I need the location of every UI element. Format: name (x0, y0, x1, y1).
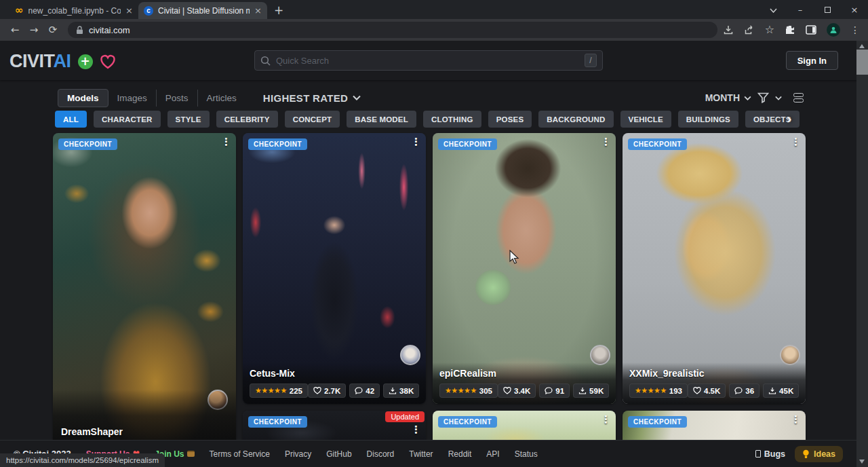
civitai-page: CIVITAI + / Sign In Models Images Posts … (0, 41, 868, 467)
civitai-logo[interactable]: CIVITAI + (9, 51, 116, 72)
footer-link-discord[interactable]: Discord (367, 449, 395, 459)
back-button[interactable]: ← (5, 24, 24, 36)
category-pill[interactable]: STYLE (167, 111, 210, 128)
card-menu-icon[interactable]: ⋮ (791, 136, 801, 148)
sign-in-button[interactable]: Sign In (786, 51, 838, 70)
model-card-dreamshaper[interactable]: CHECKPOINT ⋮ DreamShaper (53, 133, 236, 452)
card-menu-icon[interactable]: ⋮ (791, 414, 801, 426)
card-menu-icon[interactable]: ⋮ (601, 136, 611, 148)
card-info-overlay: Cetus-Mix ★★★★★ 225 2.7K 42 38K (243, 362, 426, 404)
model-type-badge: CHECKPOINT (248, 138, 307, 150)
category-pill[interactable]: CHARACTER (94, 111, 161, 128)
page-scrollbar[interactable] (856, 41, 868, 467)
upload-plus-button[interactable]: + (78, 54, 93, 69)
side-panel-icon[interactable] (806, 25, 816, 35)
category-pill[interactable]: CONCEPT (285, 111, 340, 128)
browse-nav-row: Models Images Posts Articles HIGHEST RAT… (58, 88, 804, 107)
search-input[interactable] (276, 56, 579, 66)
category-pill[interactable]: BUILDINGS (678, 111, 738, 128)
comment-icon (355, 387, 363, 394)
chevron-down-icon (353, 95, 361, 100)
site-header: CIVITAI + / Sign In (0, 41, 868, 80)
comment-icon (545, 387, 553, 394)
star-rating-icons: ★★★★★ (635, 386, 667, 395)
new-tab-button[interactable]: + (274, 3, 283, 17)
footer-link-terms[interactable]: Terms of Service (210, 449, 270, 459)
sort-dropdown[interactable]: HIGHEST RATED (263, 92, 361, 104)
tab-civitai[interactable]: c Civitai | Stable Diffusion models, × (138, 2, 267, 19)
period-dropdown[interactable]: MONTH (705, 92, 751, 103)
category-pill-all[interactable]: ALL (55, 111, 87, 128)
address-bar[interactable]: civitai.com (68, 22, 717, 38)
category-pill[interactable]: POSES (488, 111, 532, 128)
footer-link-reddit[interactable]: Reddit (448, 449, 472, 459)
card-menu-icon[interactable]: ⋮ (411, 424, 421, 436)
comments-pill: 42 (349, 384, 380, 398)
download-icon (768, 387, 776, 394)
footer-link-github[interactable]: GitHub (326, 449, 351, 459)
rating-count: 225 (290, 387, 302, 395)
model-name: epiCRealism (439, 368, 609, 379)
category-pill[interactable]: CELEBRITY (216, 111, 278, 128)
download-icon (389, 387, 397, 394)
tab-close-icon[interactable]: × (254, 5, 262, 16)
forward-button[interactable]: → (24, 24, 43, 36)
categories-scroll-right-icon[interactable]: › (787, 111, 792, 126)
browser-profile-avatar[interactable] (827, 23, 840, 37)
scrollbar-down-arrow-icon[interactable] (859, 460, 865, 464)
extensions-puzzle-icon[interactable] (785, 24, 795, 35)
tab-images[interactable]: Images (108, 90, 156, 107)
model-card-xxmix[interactable]: CHECKPOINT ⋮ XXMix_9realistic ★★★★★ 193 … (623, 133, 806, 404)
minimize-button[interactable]: – (787, 5, 814, 15)
model-card-cetus-mix[interactable]: CHECKPOINT ⋮ Cetus-Mix ★★★★★ 225 2.7K 42… (243, 133, 426, 404)
url-text: civitai.com (89, 25, 130, 35)
category-pill[interactable]: VEHICLE (620, 111, 671, 128)
share-icon[interactable] (744, 24, 755, 35)
footer-link-status[interactable]: Status (515, 449, 538, 459)
bookmark-star-icon[interactable]: ☆ (765, 24, 774, 35)
ideas-button[interactable]: Ideas (795, 446, 843, 462)
rating-pill: ★★★★★ 305 (439, 384, 498, 398)
footer-link-twitter[interactable]: Twitter (409, 449, 433, 459)
model-name: XXMix_9realistic (629, 368, 799, 379)
tab-search-icon[interactable] (760, 5, 787, 15)
footer-link-privacy[interactable]: Privacy (285, 449, 311, 459)
tab-posts[interactable]: Posts (156, 90, 197, 107)
bugs-button[interactable]: Bugs (755, 449, 785, 459)
reload-button[interactable]: ⟳ (43, 24, 62, 36)
tab-models[interactable]: Models (58, 89, 108, 107)
card-menu-icon[interactable]: ⋮ (221, 136, 231, 148)
heart-icon (503, 387, 511, 394)
card-menu-icon[interactable]: ⋮ (411, 136, 421, 148)
downloads-pill: 59K (573, 384, 609, 398)
maximize-button[interactable] (814, 5, 841, 15)
card-layout-toggle-icon[interactable] (793, 93, 804, 102)
heart-icon (693, 387, 701, 394)
browser-menu-icon[interactable]: ⋮ (850, 24, 860, 35)
search-shortcut-key: / (585, 54, 597, 67)
scrollbar-up-arrow-icon[interactable] (859, 44, 865, 48)
star-rating-icons: ★★★★★ (445, 386, 477, 395)
tab-colab[interactable]: ∞ new_colab_file.ipynb - Colaborat × (9, 2, 138, 19)
notifications-heart-icon[interactable] (100, 54, 116, 69)
close-window-button[interactable]: × (841, 5, 868, 15)
scrollbar-thumb[interactable] (856, 50, 868, 75)
category-pill[interactable]: CLOTHING (423, 111, 481, 128)
filter-funnel-icon[interactable] (757, 92, 769, 103)
category-pill[interactable]: BASE MODEL (347, 111, 416, 128)
search-bar[interactable]: / (254, 50, 603, 71)
model-type-badge: CHECKPOINT (628, 416, 687, 428)
chevron-down-icon[interactable] (775, 96, 782, 100)
briefcase-icon (187, 451, 195, 457)
tab-articles[interactable]: Articles (197, 90, 245, 107)
model-card-grid: CHECKPOINT ⋮ DreamShaper CHECKPOINT ⋮ Ce… (53, 133, 806, 452)
rating-count: 193 (669, 387, 682, 395)
tab-close-icon[interactable]: × (125, 5, 133, 16)
footer-link-api[interactable]: API (486, 449, 499, 459)
card-menu-icon[interactable]: ⋮ (601, 414, 611, 426)
model-card-epicrealism[interactable]: CHECKPOINT ⋮ epiCRealism ★★★★★ 305 3.4K … (433, 133, 616, 404)
category-pill[interactable]: BACKGROUND (538, 111, 613, 128)
category-filter-row: ALL CHARACTER STYLE CELEBRITY CONCEPT BA… (55, 111, 804, 128)
downloads-icon[interactable] (723, 24, 734, 35)
content-type-tabs: Models Images Posts Articles (58, 89, 245, 107)
